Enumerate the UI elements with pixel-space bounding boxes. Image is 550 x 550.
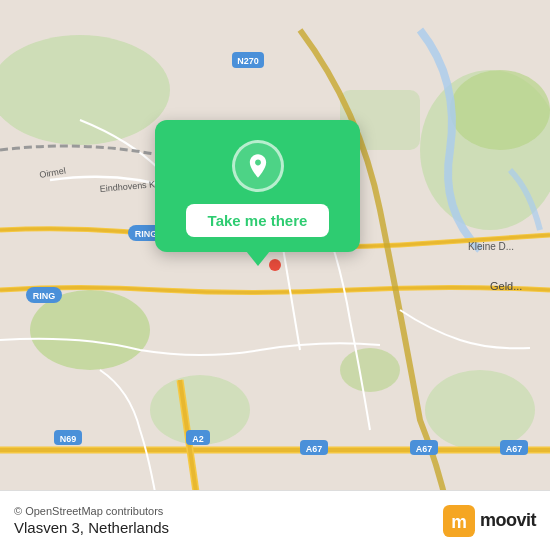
location-pin-icon	[244, 152, 272, 180]
svg-point-3	[450, 70, 550, 150]
svg-text:RING: RING	[33, 291, 56, 301]
map-background: RING RING N270 N69 A2 A67 A67 A67 Eindho…	[0, 0, 550, 550]
svg-text:A67: A67	[416, 444, 433, 454]
popup-card: Take me there	[155, 120, 360, 252]
moovit-brand-name: moovit	[480, 510, 536, 531]
take-me-there-button[interactable]: Take me there	[186, 204, 330, 237]
svg-text:m: m	[451, 512, 467, 532]
svg-text:N69: N69	[60, 434, 77, 444]
moovit-icon: m	[443, 505, 475, 537]
svg-point-8	[340, 348, 400, 392]
svg-text:Kleine D...: Kleine D...	[468, 241, 514, 252]
svg-point-29	[269, 259, 281, 271]
svg-text:A67: A67	[306, 444, 323, 454]
svg-text:Geld...: Geld...	[490, 280, 522, 292]
svg-text:A67: A67	[506, 444, 523, 454]
bottom-left-info: © OpenStreetMap contributors Vlasven 3, …	[14, 505, 169, 536]
osm-attribution: © OpenStreetMap contributors	[14, 505, 169, 517]
location-label: Vlasven 3, Netherlands	[14, 519, 169, 536]
location-icon-wrapper	[232, 140, 284, 192]
moovit-logo: m moovit	[443, 505, 536, 537]
svg-point-7	[425, 370, 535, 450]
bottom-bar: © OpenStreetMap contributors Vlasven 3, …	[0, 490, 550, 550]
map-container: RING RING N270 N69 A2 A67 A67 A67 Eindho…	[0, 0, 550, 550]
svg-text:A2: A2	[192, 434, 204, 444]
svg-text:RING: RING	[135, 229, 158, 239]
svg-text:N270: N270	[237, 56, 259, 66]
